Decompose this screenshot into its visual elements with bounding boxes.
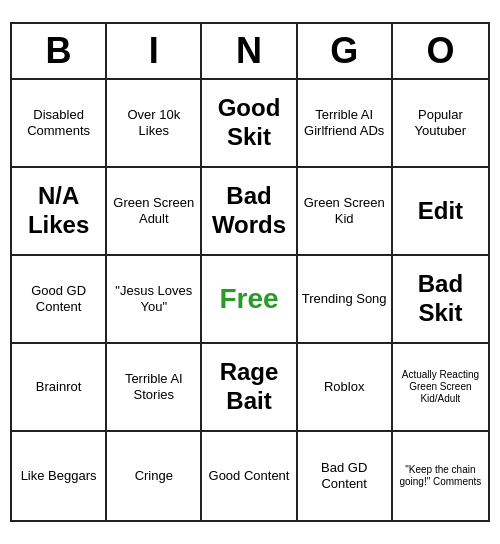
bingo-cell-7: Bad Words	[202, 168, 297, 256]
bingo-cell-18: Roblox	[298, 344, 393, 432]
bingo-cell-17: Rage Bait	[202, 344, 297, 432]
bingo-cell-8: Green Screen Kid	[298, 168, 393, 256]
bingo-cell-16: Terrible AI Stories	[107, 344, 202, 432]
bingo-cell-19: Actually Reacting Green Screen Kid/Adult	[393, 344, 488, 432]
bingo-cell-15: Brainrot	[12, 344, 107, 432]
bingo-letter-o: O	[393, 24, 488, 78]
bingo-cell-6: Green Screen Adult	[107, 168, 202, 256]
bingo-letter-b: B	[12, 24, 107, 78]
bingo-cell-21: Cringe	[107, 432, 202, 520]
bingo-cell-3: Terrible AI Girlfriend ADs	[298, 80, 393, 168]
bingo-cell-12: Free	[202, 256, 297, 344]
bingo-cell-9: Edit	[393, 168, 488, 256]
bingo-cell-14: Bad Skit	[393, 256, 488, 344]
bingo-cell-5: N/A Likes	[12, 168, 107, 256]
bingo-cell-0: Disabled Comments	[12, 80, 107, 168]
bingo-cell-11: "Jesus Loves You"	[107, 256, 202, 344]
bingo-cell-1: Over 10k Likes	[107, 80, 202, 168]
bingo-card: BINGO Disabled CommentsOver 10k LikesGoo…	[10, 22, 490, 522]
bingo-cell-20: Like Beggars	[12, 432, 107, 520]
bingo-letter-g: G	[298, 24, 393, 78]
bingo-letter-i: I	[107, 24, 202, 78]
bingo-header: BINGO	[12, 24, 488, 80]
bingo-cell-4: Popular Youtuber	[393, 80, 488, 168]
bingo-cell-22: Good Content	[202, 432, 297, 520]
bingo-cell-13: Trending Song	[298, 256, 393, 344]
bingo-grid: Disabled CommentsOver 10k LikesGood Skit…	[12, 80, 488, 520]
bingo-cell-2: Good Skit	[202, 80, 297, 168]
bingo-cell-24: "Keep the chain going!" Comments	[393, 432, 488, 520]
bingo-cell-23: Bad GD Content	[298, 432, 393, 520]
bingo-cell-10: Good GD Content	[12, 256, 107, 344]
bingo-letter-n: N	[202, 24, 297, 78]
